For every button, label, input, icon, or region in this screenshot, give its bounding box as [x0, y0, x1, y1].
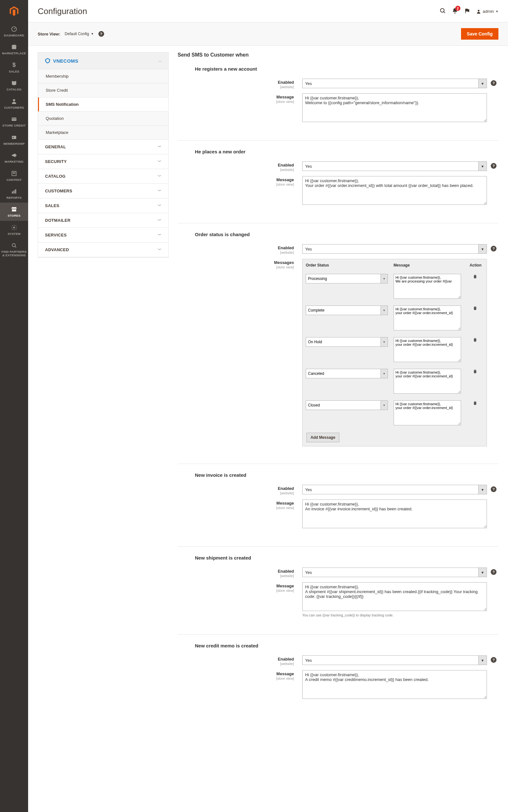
config-nav-section[interactable]: DOTMAILER﹀	[38, 213, 168, 228]
marketplace-icon	[11, 43, 17, 50]
svg-rect-15	[15, 189, 16, 193]
status-message-textarea[interactable]: Hi {{var customer.firstname}}, your orde…	[394, 305, 461, 331]
svg-rect-3	[12, 47, 16, 49]
delete-row-button[interactable]	[472, 338, 478, 343]
invoice-message-textarea[interactable]	[302, 500, 487, 528]
creditmemo-message-textarea[interactable]	[302, 670, 487, 699]
svg-rect-12	[13, 173, 15, 174]
shipment-enabled-select[interactable]: Yes	[302, 567, 487, 577]
status-enabled-select[interactable]: Yes	[302, 244, 487, 254]
fieldset-title-creditmemo: New credit memo is created	[178, 635, 498, 655]
notifications-icon[interactable]: 2	[452, 8, 458, 15]
invoice-enabled-select[interactable]: Yes	[302, 485, 487, 495]
menu-item-reports[interactable]: REPORTS	[0, 185, 28, 203]
status-select[interactable]: Closed	[306, 400, 388, 410]
menu-item-catalog[interactable]: CATALOG	[0, 76, 28, 94]
menu-item-sales[interactable]: $SALES	[0, 58, 28, 76]
help-icon[interactable]: ?	[491, 163, 497, 169]
config-nav-section[interactable]: SALES﹀	[38, 199, 168, 213]
help-icon[interactable]: ?	[491, 80, 497, 86]
menu-item-customers[interactable]: CUSTOMERS	[0, 95, 28, 113]
svg-marker-1	[13, 9, 15, 16]
help-icon[interactable]: ?	[491, 246, 497, 252]
add-message-button[interactable]: Add Message	[306, 433, 339, 442]
status-message-textarea[interactable]: Hi {{var customer.firstname}}, your orde…	[394, 369, 461, 394]
chevron-down-icon: ﹀	[158, 218, 161, 223]
svg-point-16	[13, 226, 15, 228]
delete-row-button[interactable]	[472, 370, 478, 375]
shipment-message-textarea[interactable]	[302, 582, 487, 611]
help-icon[interactable]: ?	[491, 569, 497, 575]
store-view-switcher[interactable]: Default Config▼	[65, 32, 94, 36]
chevron-down-icon: ﹀	[158, 144, 161, 149]
flag-icon[interactable]	[464, 8, 470, 15]
status-select[interactable]: On Hold	[306, 337, 388, 347]
config-nav-item[interactable]: Membership	[38, 69, 168, 83]
stores-icon	[11, 206, 17, 213]
config-nav-section[interactable]: ADVANCED﹀	[38, 243, 168, 257]
search-icon[interactable]	[439, 8, 446, 15]
system-icon	[11, 224, 17, 231]
menu-item-content[interactable]: CONTENT	[0, 167, 28, 185]
svg-rect-11	[13, 172, 15, 173]
catalog-icon	[11, 80, 17, 87]
store-view-label: Store View:	[38, 32, 60, 36]
delete-row-button[interactable]	[472, 275, 478, 280]
status-message-row: On Hold▾Hi {{var customer.firstname}}, y…	[303, 335, 486, 366]
menu-item-storecredit[interactable]: STORE CREDIT	[0, 113, 28, 130]
membership-icon	[11, 134, 17, 141]
menu-item-membership[interactable]: MEMBERSHIP	[0, 131, 28, 148]
magento-logo[interactable]	[0, 0, 28, 23]
customers-icon	[11, 98, 17, 105]
config-nav-item[interactable]: Marketplace	[38, 126, 168, 140]
store-view-help-icon[interactable]: ?	[98, 31, 104, 37]
status-message-textarea[interactable]: Hi {{var customer.firstname}}, We are pr…	[394, 274, 461, 299]
config-tab-group-vnecoms[interactable]: VNECOMS ︿	[38, 52, 168, 69]
shipment-note: You can use {{var tracking_code}} to dis…	[302, 613, 487, 617]
config-nav-section[interactable]: CATALOG﹀	[38, 169, 168, 184]
partners-icon	[11, 242, 17, 249]
status-message-textarea[interactable]: Hi {{var customer.firstname}}, your orde…	[394, 400, 461, 425]
config-nav-section[interactable]: GENERAL﹀	[38, 140, 168, 154]
svg-rect-14	[13, 190, 14, 194]
delete-row-button[interactable]	[472, 307, 478, 311]
svg-point-5	[13, 99, 15, 101]
config-nav: VNECOMS ︿ MembershipStore CreditSMS Noti…	[38, 52, 169, 717]
menu-item-partners[interactable]: FIND PARTNERS & EXTENSIONS	[0, 239, 28, 260]
menu-item-dashboard[interactable]: DASHBOARD	[0, 23, 28, 40]
chevron-down-icon: ﹀	[158, 188, 161, 193]
status-select[interactable]: Canceled	[306, 369, 388, 378]
admin-user-menu[interactable]: admin▼	[476, 9, 498, 14]
help-icon[interactable]: ?	[491, 657, 497, 663]
config-nav-item[interactable]: Quotation	[38, 112, 168, 126]
config-nav-item[interactable]: SMS Notification	[38, 97, 168, 112]
order-enabled-select[interactable]: Yes	[302, 161, 487, 171]
config-nav-section[interactable]: SECURITY﹀	[38, 154, 168, 169]
config-nav-section[interactable]: SERVICES﹀	[38, 228, 168, 243]
store-view-bar: Store View: Default Config▼ ? Save Confi…	[28, 22, 508, 46]
menu-item-system[interactable]: SYSTEM	[0, 221, 28, 239]
config-form: Send SMS to Customer when He registers a…	[178, 52, 498, 717]
status-select[interactable]: Processing	[306, 274, 388, 284]
status-message-textarea[interactable]: Hi {{var customer.firstname}}, your orde…	[394, 337, 461, 362]
config-nav-item[interactable]: Store Credit	[38, 83, 168, 97]
save-config-button[interactable]: Save Config	[461, 28, 498, 40]
storecredit-icon	[11, 116, 17, 123]
menu-item-stores[interactable]: STORES	[0, 203, 28, 220]
vnecoms-logo: VNECOMS	[44, 57, 78, 64]
marketing-icon	[11, 152, 17, 159]
status-message-row: Canceled▾Hi {{var customer.firstname}}, …	[303, 366, 486, 397]
register-enabled-select[interactable]: Yes	[302, 79, 487, 88]
help-icon[interactable]: ?	[491, 486, 497, 492]
register-message-textarea[interactable]	[302, 93, 487, 122]
creditmemo-enabled-select[interactable]: Yes	[302, 655, 487, 665]
menu-item-marketplace[interactable]: MARKETPLACE	[0, 40, 28, 58]
config-nav-section[interactable]: CUSTOMERS﹀	[38, 184, 168, 199]
order-message-textarea[interactable]	[302, 176, 487, 205]
chevron-down-icon: ﹀	[158, 232, 161, 238]
delete-row-button[interactable]	[472, 402, 478, 407]
chevron-down-icon: ﹀	[158, 203, 161, 208]
menu-item-marketing[interactable]: MARKETING	[0, 148, 28, 167]
chevron-up-icon: ︿	[159, 58, 162, 63]
status-select[interactable]: Complete	[306, 305, 388, 315]
